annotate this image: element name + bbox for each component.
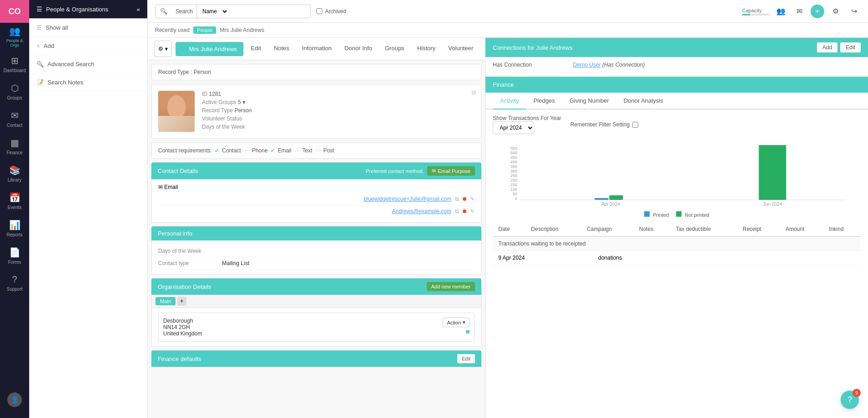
apr-printed-bar <box>595 198 609 200</box>
search-notes-item[interactable]: 📝 Search Notes <box>29 73 147 92</box>
sidebar-item-forms[interactable]: 📄 Forms <box>0 242 29 269</box>
add-new-member-btn[interactable]: Add new member <box>427 282 475 291</box>
sidebar-item-contact-label: Contact <box>7 123 22 128</box>
sidebar-item-reports[interactable]: 📊 Reports <box>0 214 29 242</box>
finance-tab-activity[interactable]: Activity <box>493 93 526 110</box>
email-edit-2[interactable]: ✎ <box>470 208 475 214</box>
tab-notes[interactable]: Notes <box>268 40 296 57</box>
svg-text:350: 350 <box>510 164 517 169</box>
finance-tab-donor-analysis[interactable]: Donor Analysis <box>616 93 671 110</box>
svg-text:50: 50 <box>512 192 517 196</box>
org-main-tab[interactable]: Main <box>155 297 176 305</box>
action-btn[interactable]: Action ▾ <box>443 318 470 327</box>
sidebar-item-people[interactable]: 👥 People &Orgs <box>0 23 29 50</box>
finance-defaults-edit-btn[interactable]: Edit <box>457 354 475 363</box>
collapse-btn[interactable]: « <box>137 6 140 13</box>
add-btn[interactable]: + <box>811 5 824 18</box>
copy-icon-1[interactable]: ⧉ <box>455 196 459 202</box>
volunteer-status-row: Volunteer Status <box>202 115 475 122</box>
finance-defaults-section: Finance defaults Edit <box>151 350 481 367</box>
personal-info-header: Personal info <box>151 226 481 240</box>
help-icon: ? <box>847 395 852 405</box>
archived-checkbox-label[interactable]: Archived <box>316 8 346 15</box>
sidebar-item-finance[interactable]: ▦ Finance <box>0 132 29 160</box>
people-tag[interactable]: People <box>193 26 216 34</box>
address-row: Desborough NN14 2GH United Kingdom Actio… <box>163 318 470 337</box>
remember-filter-checkbox[interactable] <box>632 122 638 128</box>
person-photo <box>158 91 195 132</box>
email-edit-1[interactable]: ✎ <box>470 196 475 202</box>
row-inkind <box>832 251 861 265</box>
email-address-1[interactable]: bluewidgetrescue+Julie@gmail.com <box>364 196 451 202</box>
sidebar-item-support[interactable]: ? Support <box>0 269 29 297</box>
connections-add-btn[interactable]: Add <box>817 42 837 52</box>
record-type-value: Person <box>234 107 252 114</box>
contact-req-text: Text <box>302 147 312 154</box>
not-printed-legend: Not printed <box>676 211 709 218</box>
sidebar-item-dashboard[interactable]: ⊞ Dashboard <box>0 50 29 78</box>
tab-settings-btn[interactable]: ⚙ ▾ <box>154 41 172 57</box>
copy-icon-2[interactable]: ⧉ <box>455 208 459 214</box>
sidebar-item-people-label: People &Orgs <box>6 38 23 47</box>
org-add-tab-btn[interactable]: + <box>177 297 186 306</box>
row-amount <box>802 251 832 265</box>
contact-req-email: Email <box>278 147 291 154</box>
show-all-label: Show all <box>46 24 68 31</box>
logout-btn[interactable]: ↪ <box>847 5 861 18</box>
top-bar: 🔍 Search Name Archived Capacity 👥 ✉ + ⚙ … <box>148 0 868 23</box>
help-badge: 9 <box>852 389 861 397</box>
tab-information[interactable]: Information <box>295 40 338 57</box>
finance-tab-pledges[interactable]: Pledges <box>526 93 562 110</box>
tab-edit[interactable]: Edit <box>244 40 267 57</box>
card-settings-icon[interactable]: ⊙ <box>471 89 476 96</box>
mail-icon: ✉ <box>158 184 163 190</box>
contact-type-label: Contact type <box>158 260 222 266</box>
year-select[interactable]: Apr 2024 Apr 2023 Apr 2022 <box>493 121 534 134</box>
sidebar-item-events[interactable]: 📅 Events <box>0 187 29 214</box>
email-row-2: Andrews@example.com ⧉ ✎ <box>158 205 475 218</box>
tab-volunteer[interactable]: Volunteer <box>442 40 480 57</box>
connections-edit-btn[interactable]: Edit <box>840 42 861 52</box>
email-purpose-btn[interactable]: ✉ Email Purpose <box>427 166 475 176</box>
search-input[interactable] <box>228 5 310 17</box>
gear-icon: ⚙ <box>158 46 163 52</box>
sidebar-item-groups[interactable]: ⬡ Groups <box>0 78 29 105</box>
remember-filter-label[interactable]: Remember Filter Setting <box>570 121 638 128</box>
transaction-controls: Show Transactions For Year Apr 2024 Apr … <box>486 110 868 140</box>
settings-btn[interactable]: ⚙ <box>829 5 842 18</box>
help-button[interactable]: ? 9 <box>841 391 859 409</box>
sidebar-item-library[interactable]: 📚 Library <box>0 160 29 187</box>
add-item[interactable]: + Add <box>29 37 147 55</box>
tabs-bar: ⚙ ▾ Mrs Julie Andrews Edit Notes Informa… <box>148 38 485 60</box>
support-icon: ? <box>12 274 17 285</box>
sidebar-item-user[interactable]: 👤 <box>0 386 29 413</box>
printed-legend-dot <box>644 211 650 217</box>
people-btn[interactable]: 👥 <box>774 5 788 18</box>
row-notes <box>714 251 744 265</box>
tab-donor-info[interactable]: Donor Info <box>338 40 379 57</box>
tab-person-name[interactable]: Mrs Julie Andrews <box>176 42 243 56</box>
person-details: ID 1281 Active Groups 5 ▾ Record Type Pe… <box>202 91 475 132</box>
right-content-panel: Connections for Julie Andrews Add Edit H… <box>485 38 868 418</box>
action-btn-label: Action <box>447 320 461 325</box>
app-logo[interactable]: CO <box>0 0 29 23</box>
conn-user-link[interactable]: Demo User <box>573 62 601 68</box>
org-details-body: Main + Desborough NN14 2GH United Kingdo… <box>151 295 481 347</box>
show-all-item[interactable]: ☰ Show all <box>29 19 147 37</box>
tab-history[interactable]: History <box>411 40 442 57</box>
tab-groups[interactable]: Groups <box>378 40 411 57</box>
contact-requirements: Contact requirements: ✔ Contact — Phone … <box>151 142 481 159</box>
search-text-label: Search <box>172 5 196 17</box>
capacity-label: Capacity <box>742 8 762 13</box>
active-groups-dropdown[interactable]: ▾ <box>243 99 245 105</box>
email-address-2[interactable]: Andrews@example.com <box>392 208 451 214</box>
days-of-week-info-label: Days of the Week <box>158 248 222 254</box>
sidebar-item-contact[interactable]: ✉ Contact <box>0 105 29 132</box>
mail-btn[interactable]: ✉ <box>792 5 806 18</box>
archived-checkbox[interactable] <box>316 8 322 14</box>
finance-tab-giving-number[interactable]: Giving Number <box>562 93 616 110</box>
search-type-dropdown[interactable]: Name <box>196 5 228 18</box>
finance-section-header: Finance <box>486 77 868 93</box>
org-details-title: Organisation Details <box>158 283 211 290</box>
advanced-search-item[interactable]: 🔍 Advanced Search <box>29 55 147 73</box>
